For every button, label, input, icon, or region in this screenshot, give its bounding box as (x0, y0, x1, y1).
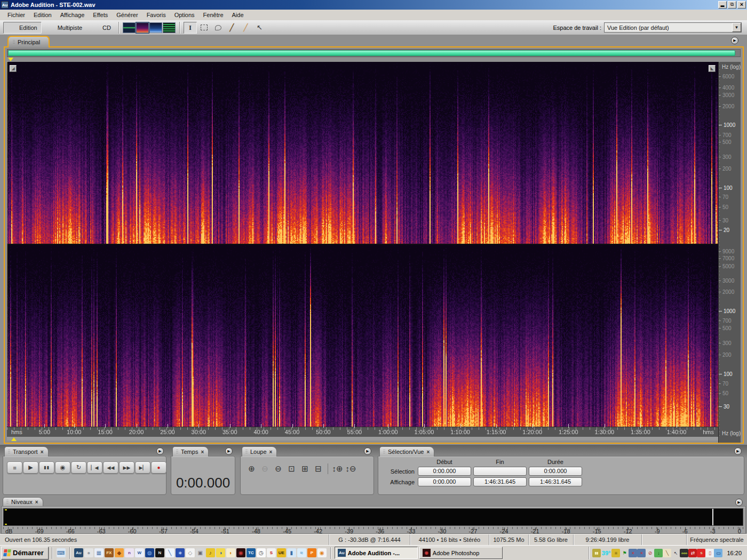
menu-item[interactable]: Effets (89, 11, 112, 19)
playhead-marker-bottom[interactable] (11, 437, 17, 441)
lasso-selection-tool-button[interactable] (211, 22, 225, 34)
task-audition[interactable]: Au Adobe Audition -... (335, 547, 418, 559)
calculator-icon[interactable]: ▦ (94, 548, 104, 557)
stop-button[interactable]: ■ (7, 461, 22, 474)
spectrogram-left-channel[interactable] (7, 62, 718, 244)
flag-status-icon[interactable]: ⚑ (620, 549, 629, 557)
zoom-to-selection-button[interactable]: ⊡ (285, 463, 298, 475)
task-photoshop[interactable]: ◉ Adobe Photoshop (419, 547, 503, 559)
rewind-button[interactable]: ◀◀ (103, 461, 118, 474)
minimize-button[interactable]: ▂ (718, 1, 727, 9)
affichage-debut-field[interactable]: 0:00.000 (418, 477, 471, 486)
workspace-select[interactable]: Vue Edition (par défaut) ▼ (604, 22, 742, 33)
menu-item[interactable]: Options (170, 11, 199, 19)
clock-dial-icon[interactable]: ◷ (257, 548, 266, 557)
restore-button[interactable]: ⧉ (728, 1, 736, 9)
panel-menu-icon[interactable]: ▶ (364, 447, 371, 455)
panel-menu-icon[interactable]: ▶ (734, 447, 742, 455)
ultraedit-icon[interactable]: UE (277, 548, 286, 557)
globe-icon[interactable]: ◑ (216, 548, 225, 557)
close-button[interactable]: × (737, 1, 746, 9)
timeline-ruler[interactable]: hms 5:0010:0015:0020:0025:0030:0035:0040… (7, 427, 718, 437)
planet-icon[interactable]: ◍ (145, 548, 154, 557)
spectrogram-right-channel[interactable] (7, 245, 718, 427)
spectral-pan-display-button[interactable] (163, 22, 176, 33)
affichage-fin-field[interactable]: 1:46:31.645 (473, 477, 527, 486)
media-note-icon[interactable]: ♪ (206, 548, 215, 557)
panel-menu-icon[interactable]: ▶ (731, 37, 738, 44)
menu-item[interactable]: Edition (29, 11, 56, 19)
chevron-down-icon[interactable]: ▼ (732, 23, 741, 32)
close-icon[interactable]: × (35, 499, 38, 505)
zoom-selection-left-button[interactable]: ⊞ (298, 463, 312, 475)
blue-star-icon[interactable]: ∗ (176, 548, 185, 557)
record-button[interactable]: ● (151, 461, 166, 474)
scrub-tool-button[interactable]: ↖ (253, 22, 266, 34)
folder-status-icon[interactable]: ▭ (714, 549, 722, 557)
close-icon[interactable]: × (426, 449, 430, 455)
playhead-marker-top[interactable] (8, 58, 13, 61)
zoom-button[interactable] (328, 463, 328, 474)
media-player-icon[interactable]: ◉ (317, 548, 327, 557)
green-update-icon[interactable]: ↓ (654, 549, 663, 557)
menu-item[interactable]: Fichier (3, 11, 29, 19)
gray-sphere-icon[interactable]: ● (84, 548, 93, 557)
zoom-selection-right-button[interactable]: ⊟ (312, 463, 325, 475)
pen-device-icon[interactable]: ╲ (663, 549, 671, 557)
pdf-icon[interactable]: P (307, 548, 316, 557)
niveaux-tab[interactable]: Niveaux × (3, 497, 43, 506)
tab-principal[interactable]: Principal (7, 36, 50, 47)
n-editor-icon[interactable]: N (155, 548, 164, 557)
top-left-corner-handle[interactable]: ◢ (10, 65, 17, 72)
cd-blocked-icon[interactable]: ⊘ (646, 549, 654, 557)
gray-app-icon[interactable]: ▣ (196, 548, 205, 557)
zoom-full-button[interactable]: ⊖ (272, 463, 285, 475)
wand-icon[interactable]: ╲ (165, 548, 174, 557)
word-icon[interactable]: W (135, 548, 144, 557)
panel-menu-icon[interactable]: ▶ (735, 499, 743, 506)
fx-icon[interactable]: FX (105, 548, 114, 557)
close-icon[interactable]: × (269, 449, 273, 455)
mouse-icon[interactable]: ▯ (705, 549, 714, 557)
menu-item[interactable]: Générer (112, 11, 142, 19)
network-disabled-icon[interactable]: × (629, 549, 637, 557)
spot-healing-brush-tool-button[interactable]: ╱ (239, 22, 252, 34)
audition-quicklaunch-icon[interactable]: Au (74, 548, 83, 557)
tag-icon[interactable]: ◇ (186, 548, 195, 557)
sync-error-icon[interactable]: ⇄ (688, 549, 697, 557)
panel-menu-icon[interactable]: ▶ (156, 447, 164, 455)
time-selection-tool-button[interactable]: I (184, 22, 197, 34)
selection-vue-tab[interactable]: Sélection/Vue × (379, 446, 434, 457)
selection-duree-field[interactable]: 0:00.000 (529, 467, 582, 476)
counter-icon[interactable]: ooo (680, 549, 688, 557)
close-icon[interactable]: × (41, 449, 44, 455)
menu-item[interactable]: Fenêtre (199, 11, 228, 19)
temperature-status[interactable]: 39° (601, 549, 612, 557)
go-to-end-button[interactable]: ▶▏ (135, 461, 150, 474)
lines-status-icon[interactable]: ≡ (611, 549, 620, 557)
multipiste-mode-button[interactable]: Multipiste (42, 22, 86, 34)
loupe-tab[interactable]: Loupe × (242, 446, 277, 457)
overview-track[interactable] (7, 49, 741, 57)
frequency-scale[interactable]: Hz (log) 6000400030002000100070050030020… (718, 62, 741, 443)
menu-item[interactable]: Favoris (142, 11, 170, 19)
top-right-corner-handle[interactable]: ◣ (709, 65, 716, 72)
transport-tab[interactable]: Transport × (4, 446, 49, 457)
tc-icon[interactable]: TC (247, 548, 256, 557)
cd-mode-button[interactable]: CD (86, 22, 115, 34)
affichage-duree-field[interactable]: 1:46:31.645 (529, 477, 582, 486)
selection-debut-field[interactable]: 0:00.000 (418, 467, 471, 476)
pause-button[interactable]: ▮▮ (39, 461, 54, 474)
overview-range-bar[interactable] (8, 50, 735, 56)
photoshop-eye-icon[interactable]: ◉ (236, 548, 245, 557)
bird-icon[interactable]: ≈ (297, 548, 306, 557)
pointer-icon[interactable]: ↖ (671, 549, 680, 557)
horizontal-scroll-strip[interactable] (7, 437, 718, 441)
spectral-frequency-display-button[interactable] (136, 22, 149, 33)
infopath-icon[interactable]: n (125, 548, 134, 557)
zoom-out-vertical-button[interactable]: ↕⊖ (344, 463, 357, 475)
comet-icon[interactable]: ◗ (226, 548, 235, 557)
sbp-icon[interactable]: S (267, 548, 276, 557)
zoom-in-vertical-button[interactable]: ↕⊕ (331, 463, 344, 475)
menu-item[interactable]: Affichage (56, 11, 89, 19)
